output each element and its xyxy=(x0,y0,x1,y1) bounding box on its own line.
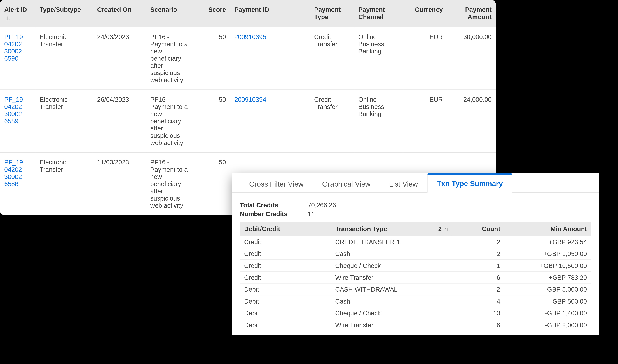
cell-count: 6 xyxy=(452,272,504,283)
cell-transaction-type: Wire Transfer xyxy=(331,272,452,283)
cell-min-amount: +GBP 923.54 xyxy=(504,236,591,248)
tab-bar: Cross Filter ViewGraphical ViewList View… xyxy=(232,172,599,193)
col-alert-id[interactable]: Alert ID ↑↓ xyxy=(0,0,35,27)
table-row[interactable]: CreditWire Transfer6+GBP 783.20 xyxy=(240,272,591,283)
table-row[interactable]: CreditCash2+GBP 1,050.00 xyxy=(240,248,591,260)
table-row[interactable]: CreditCheque / Check1+GBP 10,500.00 xyxy=(240,260,591,272)
cell-count: 4 xyxy=(452,295,504,307)
cell-created: 24/03/2023 xyxy=(93,27,146,89)
sort-icon[interactable]: ↑↓ xyxy=(444,226,448,233)
cell-alert-id: PF_19 04202 30002 6589 xyxy=(0,89,35,152)
table-row[interactable]: DebitCASH WITHDRAWAL2-GBP 5,000.00 xyxy=(240,284,591,295)
alerts-header-row: Alert ID ↑↓ Type/Subtype Created On Scen… xyxy=(0,0,496,27)
cell-payment-type: Credit Transfer xyxy=(310,89,354,152)
cell-created: 26/04/2023 xyxy=(93,89,146,152)
payment-id-link[interactable]: 200910395 xyxy=(234,33,266,40)
col-transaction-type[interactable]: Transaction Type 2 ↑↓ xyxy=(331,222,452,236)
col-payment-amount[interactable]: Payment Amount xyxy=(447,0,496,27)
cell-count: 2 xyxy=(452,248,504,260)
cell-currency: EUR xyxy=(403,89,447,152)
cell-scenario: PF16 - Payment to a new beneficiary afte… xyxy=(146,27,195,89)
sort-order-num: 2 xyxy=(438,225,442,232)
summary-lines: Total Credits 70,266.26 Number Credits 1… xyxy=(240,201,591,218)
col-min-amount[interactable]: Min Amount xyxy=(504,222,591,236)
cell-payment-id: 200910395 xyxy=(230,27,310,89)
col-currency[interactable]: Currency xyxy=(403,0,447,27)
col-payment-type[interactable]: Payment Type xyxy=(310,0,354,27)
cell-type: Electronic Transfer xyxy=(35,89,93,152)
col-scenario[interactable]: Scenario xyxy=(146,0,195,27)
cell-debit-credit: Debit xyxy=(240,307,331,319)
cell-debit-credit: Debit xyxy=(240,295,331,307)
cell-payment-type: Credit Transfer xyxy=(310,27,354,89)
cell-debit-credit: Credit xyxy=(240,272,331,283)
table-row[interactable]: CreditCREDIT TRANSFER 12+GBP 923.54 xyxy=(240,236,591,248)
cell-min-amount: -GBP 2,000.00 xyxy=(504,319,591,331)
cell-transaction-type: Wire Transfer xyxy=(331,319,452,331)
txn-summary-body: Total Credits 70,266.26 Number Credits 1… xyxy=(232,193,599,336)
tab-txn-type-summary[interactable]: Txn Type Summary xyxy=(427,173,513,193)
table-row[interactable]: PF_19 04202 30002 6590Electronic Transfe… xyxy=(0,27,496,89)
col-type[interactable]: Type/Subtype xyxy=(35,0,93,27)
cell-scenario: PF16 - Payment to a new beneficiary afte… xyxy=(146,152,195,215)
tab-cross-filter-view[interactable]: Cross Filter View xyxy=(240,175,313,193)
cell-created: 11/03/2023 xyxy=(93,152,146,215)
col-payment-id[interactable]: Payment ID xyxy=(230,0,310,27)
cell-transaction-type: CASH WITHDRAWAL xyxy=(331,284,452,295)
cell-score: 50 xyxy=(195,27,230,89)
cell-scenario: PF16 - Payment to a new beneficiary afte… xyxy=(146,89,195,152)
cell-min-amount: -GBP 1,400.00 xyxy=(504,307,591,319)
cell-min-amount: +GBP 783.20 xyxy=(504,272,591,283)
txn-summary-panel: Cross Filter ViewGraphical ViewList View… xyxy=(232,172,599,335)
cell-transaction-type: CREDIT TRANSFER 1 xyxy=(331,236,452,248)
cell-min-amount: +GBP 1,050.00 xyxy=(504,248,591,260)
cell-min-amount: -GBP 5,000.00 xyxy=(504,284,591,295)
number-credits-value: 11 xyxy=(308,210,315,218)
cell-alert-id: PF_19 04202 30002 6588 xyxy=(0,152,35,215)
total-credits-value: 70,266.26 xyxy=(308,201,336,209)
cell-type: Electronic Transfer xyxy=(35,152,93,215)
cell-payment-amount: 24,000.00 xyxy=(447,89,496,152)
cell-transaction-type: Cash xyxy=(331,295,452,307)
table-row[interactable]: PF_19 04202 30002 6589Electronic Transfe… xyxy=(0,89,496,152)
cell-debit-credit: Credit xyxy=(240,260,331,272)
alert-id-link[interactable]: PF_19 04202 30002 6588 xyxy=(4,158,23,187)
col-payment-channel[interactable]: Payment Channel xyxy=(354,0,403,27)
table-row[interactable]: DebitWire Transfer6-GBP 2,000.00 xyxy=(240,319,591,331)
col-debit-credit[interactable]: Debit/Credit xyxy=(240,222,331,236)
tab-graphical-view[interactable]: Graphical View xyxy=(313,175,380,193)
txn-table: Debit/Credit Transaction Type 2 ↑↓ Count… xyxy=(240,222,591,331)
col-count[interactable]: Count xyxy=(452,222,504,236)
cell-payment-channel: Online Business Banking xyxy=(354,27,403,89)
txn-header-row: Debit/Credit Transaction Type 2 ↑↓ Count… xyxy=(240,222,591,236)
col-created[interactable]: Created On xyxy=(93,0,146,27)
cell-min-amount: -GBP 500.00 xyxy=(504,295,591,307)
total-credits-row: Total Credits 70,266.26 xyxy=(240,201,591,209)
cell-transaction-type: Cheque / Check xyxy=(331,260,452,272)
sort-icon[interactable]: ↑↓ xyxy=(6,14,10,21)
cell-debit-credit: Debit xyxy=(240,319,331,331)
cell-payment-amount: 30,000.00 xyxy=(447,27,496,89)
cell-count: 2 xyxy=(452,236,504,248)
cell-transaction-type: Cash xyxy=(331,248,452,260)
alert-id-link[interactable]: PF_19 04202 30002 6589 xyxy=(4,96,23,124)
cell-payment-id: 200910394 xyxy=(230,89,310,152)
cell-type: Electronic Transfer xyxy=(35,27,93,89)
cell-count: 6 xyxy=(452,319,504,331)
cell-debit-credit: Credit xyxy=(240,236,331,248)
cell-score: 50 xyxy=(195,89,230,152)
table-row[interactable]: DebitCheque / Check10-GBP 1,400.00 xyxy=(240,307,591,319)
cell-alert-id: PF_19 04202 30002 6590 xyxy=(0,27,35,89)
col-score[interactable]: Score xyxy=(195,0,230,27)
cell-count: 10 xyxy=(452,307,504,319)
tab-list-view[interactable]: List View xyxy=(380,175,427,193)
col-label: Alert ID xyxy=(4,6,27,13)
alert-id-link[interactable]: PF_19 04202 30002 6590 xyxy=(4,33,23,62)
table-row[interactable]: DebitCash4-GBP 500.00 xyxy=(240,295,591,307)
cell-debit-credit: Credit xyxy=(240,248,331,260)
cell-transaction-type: Cheque / Check xyxy=(331,307,452,319)
payment-id-link[interactable]: 200910394 xyxy=(234,96,266,103)
col-label: Transaction Type xyxy=(335,225,387,232)
cell-debit-credit: Debit xyxy=(240,284,331,295)
cell-score: 50 xyxy=(195,152,230,215)
